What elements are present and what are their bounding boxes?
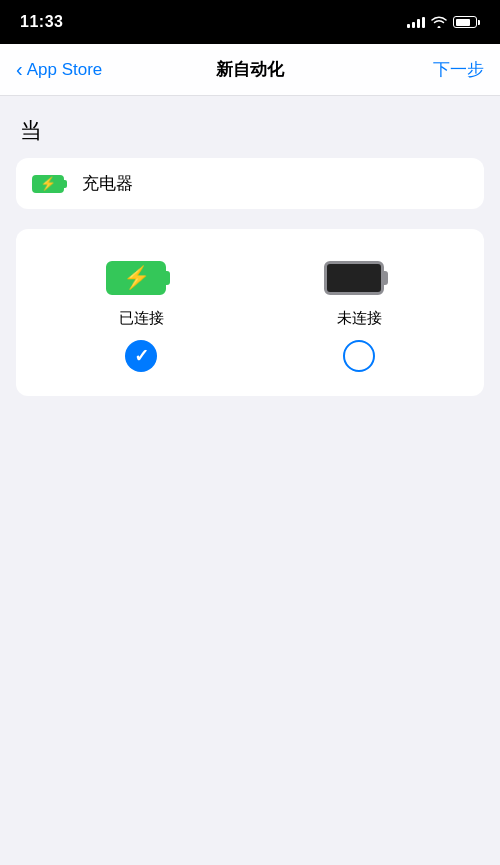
large-bolt-icon: ⚡	[123, 267, 150, 289]
battery-charging-large-icon: ⚡	[106, 259, 176, 297]
next-button[interactable]: 下一步	[384, 58, 484, 81]
status-icons	[407, 16, 480, 28]
bolt-icon: ⚡	[40, 177, 56, 190]
status-time: 11:33	[20, 13, 63, 31]
status-bar: 11:33	[0, 0, 500, 44]
option-connected[interactable]: ⚡ 已连接 ✓	[32, 259, 250, 372]
chevron-left-icon: ‹	[16, 59, 23, 79]
option-disconnected[interactable]: 未连接	[250, 259, 468, 372]
nav-title: 新自动化	[116, 58, 384, 81]
connected-checkmark: ✓	[125, 340, 157, 372]
disconnected-circle	[343, 340, 375, 372]
nav-bar: ‹ App Store 新自动化 下一步	[0, 44, 500, 96]
disconnected-label: 未连接	[337, 309, 382, 328]
wifi-icon	[431, 16, 447, 28]
checkmark-icon: ✓	[134, 347, 149, 365]
back-label: App Store	[27, 60, 103, 80]
selection-card: ⚡ 已连接 ✓ 未连接	[16, 229, 484, 396]
screen: ‹ App Store 新自动化 下一步 当 ⚡ 充电器	[0, 44, 500, 865]
battery-icon	[453, 16, 480, 28]
battery-empty-large-icon	[324, 259, 394, 297]
charger-battery-icon: ⚡	[32, 174, 70, 194]
signal-icon	[407, 16, 425, 28]
back-button[interactable]: ‹ App Store	[16, 60, 116, 80]
charger-label: 充电器	[82, 172, 133, 195]
content-area: 当 ⚡ 充电器 ⚡ 已连接	[0, 96, 500, 416]
charger-card[interactable]: ⚡ 充电器	[16, 158, 484, 209]
connected-label: 已连接	[119, 309, 164, 328]
section-label: 当	[16, 116, 484, 146]
